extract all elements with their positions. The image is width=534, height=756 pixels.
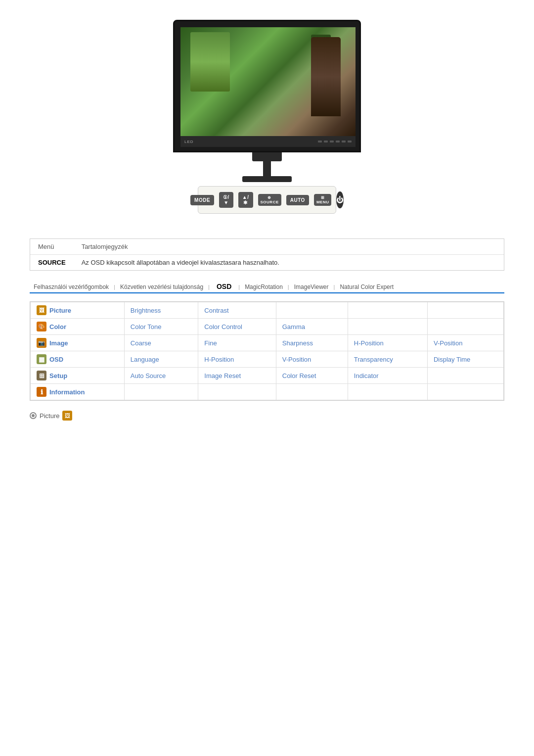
menu-cell: Menü xyxy=(30,239,74,255)
hposition-image-link[interactable]: H-Position xyxy=(354,339,384,347)
autosource-link[interactable]: Auto Source xyxy=(131,372,166,379)
empty-cell-10 xyxy=(348,384,427,400)
monitor-screen xyxy=(180,27,356,136)
menu-item-color[interactable]: 🎨 Color xyxy=(31,319,125,335)
picture-link-icon[interactable]: 🖼 xyxy=(62,411,72,421)
fine-link[interactable]: Fine xyxy=(204,339,217,347)
image-icon: 📷 xyxy=(37,338,46,348)
monitor-wrapper: LED MODE ①/▼ ▲/✱ ⊕ SOURCE xyxy=(173,20,361,214)
source-icon: ⊕ xyxy=(267,195,271,200)
nav-sep-2: | xyxy=(207,284,211,290)
menu-grid: 🖼 Picture Brightness Contrast 🎨 Color Co… xyxy=(30,301,504,401)
picture-radio[interactable] xyxy=(30,412,37,419)
monitor-bottom-bar: LED xyxy=(180,136,356,147)
empty-cell-2 xyxy=(348,302,427,319)
gamma-link[interactable]: Gamma xyxy=(282,323,305,331)
nav-sep-3: | xyxy=(237,284,241,290)
tab-osd[interactable]: OSD xyxy=(211,281,237,292)
empty-cell-7 xyxy=(124,384,198,400)
picture-radio-inner xyxy=(32,414,35,417)
brightness-link[interactable]: Brightness xyxy=(131,307,161,314)
information-icon: ℹ xyxy=(37,387,46,397)
menu-item-information[interactable]: ℹ Information xyxy=(31,384,125,400)
color-label[interactable]: Color xyxy=(49,323,66,331)
monitor-stand-top xyxy=(252,152,282,161)
monitor-stand-base xyxy=(242,176,292,182)
empty-cell-3 xyxy=(427,302,503,319)
image-label[interactable]: Image xyxy=(49,339,68,347)
displaytime-link[interactable]: Display Time xyxy=(434,356,470,363)
info-table: Menü Tartalomjegyzék SOURCE Az OSD kikap… xyxy=(30,238,504,271)
brightness-button[interactable]: ▲/✱ xyxy=(238,192,253,208)
coarse-link[interactable]: Coarse xyxy=(131,339,151,347)
colorreset-link[interactable]: Color Reset xyxy=(282,372,316,379)
power-button[interactable]: ⏻ xyxy=(336,191,344,208)
menu-item-setup[interactable]: ⊞ Setup xyxy=(31,368,125,384)
table-row: 🎨 Color Color Tone Color Control Gamma xyxy=(31,319,504,335)
nav-sep-4: | xyxy=(287,284,290,290)
monitor-section: LED MODE ①/▼ ▲/✱ ⊕ SOURCE xyxy=(0,0,534,224)
empty-cell-1 xyxy=(276,302,348,319)
source-cell: SOURCE xyxy=(30,255,74,271)
table-row: Menü Tartalomjegyzék xyxy=(30,239,504,255)
mode-button[interactable]: MODE xyxy=(190,195,214,205)
picture-icon: 🖼 xyxy=(37,305,46,315)
empty-cell-6 xyxy=(427,368,503,384)
tartalomjegyzek-cell: Tartalomjegyzék xyxy=(74,239,504,255)
setup-icon: ⊞ xyxy=(37,371,46,380)
table-row: 🖼 Picture Brightness Contrast xyxy=(31,302,504,319)
monitor-body: LED xyxy=(173,20,361,152)
picture-label[interactable]: Picture xyxy=(49,307,71,314)
monitor-tree-decoration xyxy=(311,35,331,99)
empty-cell-8 xyxy=(198,384,276,400)
picture-link-section: Picture 🖼 xyxy=(30,411,504,421)
empty-cell-9 xyxy=(276,384,348,400)
language-link[interactable]: Language xyxy=(131,356,159,363)
monitor-dot xyxy=(324,141,328,142)
table-row: 📷 Image Coarse Fine Sharpness H-Position… xyxy=(31,335,504,351)
color-icon: 🎨 xyxy=(37,322,46,331)
tab-kozvetlen[interactable]: Közvetlen vezérlési tulajdonság xyxy=(116,282,207,292)
menu-icon: ⊞ xyxy=(321,195,325,200)
empty-cell-5 xyxy=(427,319,503,335)
auto-button[interactable]: AUTO xyxy=(286,195,309,205)
menu-label: MENU xyxy=(316,200,329,204)
osd-icon: ▦ xyxy=(37,354,46,364)
hposition-osd-link[interactable]: H-Position xyxy=(204,356,234,363)
vposition-image-link[interactable]: V-Position xyxy=(434,339,463,347)
nav-sep-1: | xyxy=(113,284,116,290)
osd-label[interactable]: OSD xyxy=(49,356,63,363)
colortone-link[interactable]: Color Tone xyxy=(131,323,162,331)
source-desc-cell: Az OSD kikapcsolt állapotában a videojel… xyxy=(74,255,504,271)
monitor-dot xyxy=(318,141,322,142)
information-label[interactable]: Information xyxy=(49,388,85,396)
table-row: SOURCE Az OSD kikapcsolt állapotában a v… xyxy=(30,255,504,271)
sharpness-link[interactable]: Sharpness xyxy=(282,339,313,347)
source-button[interactable]: ⊕ SOURCE xyxy=(258,194,281,206)
transparency-link[interactable]: Transparency xyxy=(354,356,393,363)
table-row: ℹ Information xyxy=(31,384,504,400)
contrast-link[interactable]: Contrast xyxy=(204,307,228,314)
empty-cell-4 xyxy=(348,319,427,335)
menu-button[interactable]: ⊞ MENU xyxy=(314,194,332,206)
tab-magicrotation[interactable]: MagicRotation xyxy=(241,282,287,292)
led-label: LED xyxy=(184,140,194,144)
tab-naturalcolor[interactable]: Natural Color Expert xyxy=(336,282,398,292)
monitor-dot xyxy=(336,141,340,142)
vposition-osd-link[interactable]: V-Position xyxy=(282,356,312,363)
up-down-button[interactable]: ①/▼ xyxy=(219,192,233,208)
imagereset-link[interactable]: Image Reset xyxy=(204,372,241,379)
setup-label[interactable]: Setup xyxy=(49,372,67,379)
monitor-dot xyxy=(342,141,346,142)
menu-item-image[interactable]: 📷 Image xyxy=(31,335,125,351)
monitor-dot xyxy=(330,141,334,142)
indicator-link[interactable]: Indicator xyxy=(354,372,379,379)
tab-imageviewer[interactable]: ImageViewer xyxy=(290,282,333,292)
monitor-button-panel: MODE ①/▼ ▲/✱ ⊕ SOURCE AUTO ⊞ MENU ⏻ xyxy=(198,186,336,214)
menu-item-osd[interactable]: ▦ OSD xyxy=(31,351,125,368)
table-row: ▦ OSD Language H-Position V-Position Tra… xyxy=(31,351,504,368)
menu-item-picture[interactable]: 🖼 Picture xyxy=(31,302,125,319)
colorcontrol-link[interactable]: Color Control xyxy=(204,323,242,331)
tab-felhasznaloi[interactable]: Felhasználói vezérlőgombok xyxy=(30,282,113,292)
monitor-stand-neck xyxy=(263,161,271,176)
